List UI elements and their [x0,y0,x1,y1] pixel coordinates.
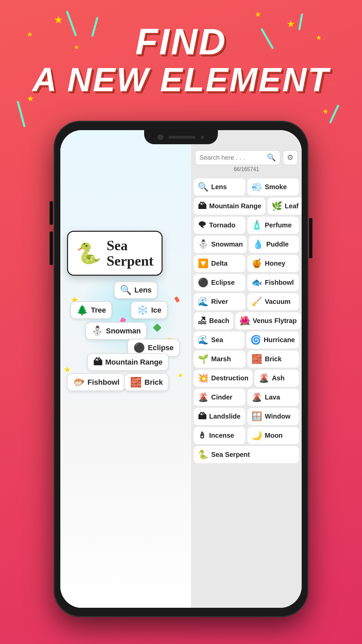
sensor [201,136,204,139]
node-brick-label: Brick [144,378,163,387]
list-item-icon: 🌊 [198,335,208,345]
node-lens-icon: 🔍 [120,284,132,296]
list-item-icon: 🔍 [198,182,208,192]
node-eclipse-label: Eclipse [148,343,174,352]
discovery-popup: 🐍 SeaSerpent [67,231,163,276]
list-item[interactable]: 🔍Lens [194,178,245,196]
list-item-icon: 🧴 [251,220,262,230]
list-item-icon: 🧹 [251,297,262,307]
list-item[interactable]: ⚫Eclipse [194,274,245,291]
search-icon[interactable]: 🔍 [267,153,276,162]
list-item[interactable]: 🌪Tornado [194,217,245,234]
list-item[interactable]: 🔽Delta [194,255,245,272]
list-item[interactable]: 🧱Brick [247,351,299,368]
list-item[interactable]: 🌱Marsh [194,351,245,368]
node-ice[interactable]: ❄️ Ice [131,301,168,319]
list-item[interactable]: 🌺Venus Flytrap [235,312,301,329]
list-item-icon: ⛄ [198,239,208,250]
list-item[interactable]: 🌋Cinder [194,389,245,406]
notch [144,130,218,144]
node-fishbowl[interactable]: 🐡 Fishbowl [67,373,125,391]
list-item-label: Destruction [211,374,248,382]
node-tree-label: Tree [91,306,106,315]
list-item[interactable]: 🍯Honey [247,255,299,272]
list-item[interactable]: 🌀Hurricane [246,331,299,348]
list-item-label: Ash [272,374,285,382]
node-ice-label: Ice [151,306,162,315]
node-mountain[interactable]: 🏔 Mountain Range [87,353,169,371]
list-item[interactable]: 🧹Vacuum [247,293,299,310]
list-item-label: Sea [211,336,223,344]
list-item-label: Puddle [266,240,289,248]
elements-list: 🔍Lens💨Smoke🏔Mountain Range🌿Leaf🌪Tornado🧴… [191,177,302,608]
node-tree-icon: 🌲 [76,305,88,316]
list-item-label: Vacuum [265,298,291,306]
search-input[interactable] [199,154,264,161]
game-area: ★ ★ ★ 🐍 SeaSerpent 🔍 Lens 🌲 [60,130,191,608]
title-line2: A NEW ELEMENT [0,63,362,96]
vol-up-button [50,201,53,225]
list-item-icon: 🏔 [198,411,206,422]
list-item-label: River [211,298,228,306]
list-item-label: Brick [265,355,282,363]
list-item-label: Eclipse [211,279,235,286]
list-item-label: Fishbowl [265,279,294,286]
list-item[interactable]: 🏔Mountain Range [194,198,265,215]
list-item[interactable]: 🌙Moon [247,427,299,444]
list-item[interactable]: 🌊River [194,293,245,310]
list-item-icon: 🌙 [251,430,262,441]
node-fishbowl-label: Fishbowl [87,378,119,387]
list-item[interactable]: 🏔Landslide [194,408,245,425]
list-item-label: Window [265,413,290,420]
list-item-icon: 🌱 [198,354,208,364]
node-lens[interactable]: 🔍 Lens [114,281,158,299]
list-item-label: Lens [211,183,227,191]
list-item[interactable]: 🌋Lava [247,389,299,406]
node-tree[interactable]: 🌲 Tree [70,301,112,319]
list-item-icon: 🪟 [251,411,262,422]
list-item[interactable]: 💨Smoke [247,178,299,196]
list-item-label: Tornado [209,221,236,229]
phone: ★ ★ ★ 🐍 SeaSerpent 🔍 Lens 🌲 [54,121,308,617]
list-item-label: Delta [211,260,228,267]
list-item-icon: 🧱 [251,354,262,364]
list-item[interactable]: 🌊Sea [194,331,244,348]
list-item-label: Perfume [265,221,292,229]
list-item[interactable]: 💧Puddle [249,236,299,253]
elements-panel: 🔍 ⚙ 66/165741 🔍Lens💨Smoke🏔Mountain Range… [191,130,302,608]
node-brick[interactable]: 🧱 Brick [124,373,169,391]
speaker [169,136,195,139]
list-item[interactable]: 🌿Leaf [267,198,302,215]
game-star-2: ★ [64,365,71,374]
filter-button[interactable]: ⚙ [283,150,298,165]
list-item-label: Venus Flytrap [253,317,297,325]
list-item-icon: 🐟 [251,277,262,288]
star-deco-8: ★ [322,107,328,115]
node-snowman-icon: ⛄ [92,325,103,336]
title-line1: FIND [0,20,362,63]
list-item-label: Sea Serpent [211,451,250,459]
list-item-icon: ⚫ [198,277,208,288]
list-item-label: Landslide [209,413,240,420]
list-item[interactable]: 🪟Window [247,408,299,425]
list-item[interactable]: 🏖Beach [194,312,233,329]
phone-body: ★ ★ ★ 🐍 SeaSerpent 🔍 Lens 🌲 [54,121,308,617]
list-item[interactable]: ⛄Snowman [194,236,247,253]
node-brick-icon: 🧱 [130,377,142,388]
node-snowman[interactable]: ⛄ Snowman [85,322,147,340]
list-item-icon: 💥 [198,373,208,383]
node-mountain-icon: 🏔 [93,357,103,368]
list-item[interactable]: 🐍Sea Serpent [194,446,299,463]
list-item[interactable]: 🧴Perfume [247,217,299,234]
node-fishbowl-icon: 🐡 [73,377,85,388]
list-item-icon: 🏔 [198,201,206,211]
list-item-icon: 🌊 [198,297,208,307]
game-star-3: ★ [178,372,183,379]
list-item[interactable]: 🕯Incense [194,427,245,444]
list-item[interactable]: 🌋Ash [254,370,299,387]
star-deco-6: ★ [255,10,261,19]
search-bar[interactable]: 🔍 [195,150,280,165]
list-item[interactable]: 🐟Fishbowl [247,274,299,291]
list-item[interactable]: 💥Destruction [194,370,252,387]
list-item-icon: 🌪 [198,220,206,230]
